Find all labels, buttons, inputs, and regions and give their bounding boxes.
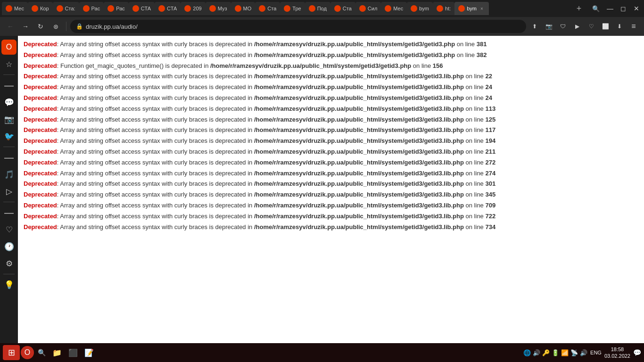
tray-lang[interactable]: ENG — [590, 350, 602, 355]
sidebar-twitter-icon[interactable]: 🐦 — [1, 129, 17, 144]
sidebar-whatsapp-icon[interactable]: 💬 — [1, 95, 17, 110]
titlebar: МесКорСта:РасРасСТАСТА209МузМОСтаТреПодС… — [0, 0, 644, 17]
sidebar-opera-icon[interactable]: O — [1, 40, 17, 55]
download-icon[interactable]: ⬇ — [613, 20, 626, 33]
tray-volume[interactable]: 🔊 — [580, 349, 587, 356]
error-line-num: 24 — [485, 94, 492, 101]
tab-favicon-10 — [235, 5, 241, 12]
menu-icon[interactable]: ≡ — [627, 20, 640, 33]
error-line: Deprecated: Array and string offset acce… — [24, 93, 638, 103]
error-line-num: 381 — [477, 41, 487, 48]
clock[interactable]: 18:58 03.02.2022 — [604, 346, 630, 360]
sidebar-minus2-icon[interactable]: — — [1, 150, 17, 165]
error-line-num: 382 — [477, 51, 487, 58]
screenshot-icon[interactable]: 📷 — [542, 20, 555, 33]
tab-1[interactable]: Мес — [2, 2, 28, 15]
tab-8[interactable]: 209 — [181, 2, 205, 15]
tab-14[interactable]: Ста — [330, 2, 355, 15]
play-icon[interactable]: ▶ — [570, 20, 584, 33]
error-keyword: Deprecated — [24, 223, 57, 230]
minimize-button[interactable]: — — [604, 3, 616, 14]
sidebar-history-icon[interactable]: 🕐 — [1, 239, 17, 254]
tab-12[interactable]: Тре — [280, 2, 305, 15]
sidebar-minus-icon[interactable]: — — [1, 78, 17, 93]
new-tab-button[interactable]: + — [573, 3, 585, 14]
error-keyword: Deprecated — [24, 62, 57, 69]
tab-6[interactable]: СТА — [129, 2, 155, 15]
tab-label-6: СТА — [141, 6, 151, 11]
restore-button[interactable]: ◻ — [618, 3, 629, 14]
tab-3[interactable]: Ста: — [53, 2, 79, 15]
tab-favicon-5 — [107, 5, 114, 12]
heart-nav-icon[interactable]: ♡ — [585, 20, 598, 33]
tab-label-14: Ста — [343, 6, 352, 11]
sidebar-bookmarks-icon[interactable]: ☆ — [1, 57, 17, 72]
tab-favicon-16 — [385, 5, 391, 12]
back-button[interactable]: ← — [4, 20, 17, 33]
sidebar-settings-icon[interactable]: ⚙ — [1, 256, 17, 271]
forward-button[interactable]: → — [19, 20, 32, 33]
tray-icon-key[interactable]: 🔑 — [542, 349, 550, 356]
error-path: /home/r/ramzesyv/druzik.pp.ua/public_htm… — [254, 223, 464, 230]
tab-16[interactable]: Мес — [381, 2, 407, 15]
tab-5[interactable]: Рас — [104, 2, 129, 15]
start-button[interactable]: ⊞ — [3, 345, 20, 360]
tab-15[interactable]: Сил — [355, 2, 381, 15]
tray-icon-battery[interactable]: 🔋 — [552, 349, 559, 356]
tab-17[interactable]: bym — [407, 2, 433, 15]
tab-11[interactable]: Ста — [255, 2, 280, 15]
tab-favicon-2 — [32, 5, 38, 12]
sidebar-minus3-icon[interactable]: — — [1, 205, 17, 220]
close-button[interactable]: ✕ — [631, 3, 642, 14]
tab-19[interactable]: bym× — [454, 2, 489, 15]
error-path: /home/r/ramzesyv/druzik.pp.ua/public_htm… — [254, 170, 464, 177]
tab-label-19: bym — [467, 6, 477, 11]
error-path: /home/r/ramzesyv/druzik.pp.ua/public_htm… — [210, 62, 411, 69]
sidebar-heart-icon[interactable]: ♡ — [1, 222, 17, 237]
error-line: Deprecated: Array and string offset acce… — [24, 179, 638, 189]
sidebar-divider-3 — [3, 202, 15, 202]
taskbar-app5[interactable]: 📝 — [82, 345, 97, 360]
tab-strip: МесКорСта:РасРасСТАСТА209МузМОСтаТреПодС… — [2, 0, 571, 17]
main-content[interactable]: Deprecated: Array and string offset acce… — [18, 36, 644, 343]
taskbar-files[interactable]: 📁 — [50, 345, 65, 360]
error-keyword: Deprecated — [24, 137, 57, 144]
sidebar-send-icon[interactable]: ▷ — [1, 184, 17, 199]
tab-close-19[interactable]: × — [479, 5, 485, 12]
tab-favicon-8 — [184, 5, 191, 12]
search-titlebar-icon[interactable]: 🔍 — [589, 2, 603, 15]
sidebar-instagram-icon[interactable]: 📷 — [1, 112, 17, 127]
error-keyword: Deprecated — [24, 159, 57, 166]
tab-label-16: Мес — [393, 6, 403, 11]
grid-view-button[interactable]: ⊛ — [49, 20, 62, 33]
sidebar-music-icon[interactable]: 🎵 — [1, 167, 17, 182]
tab-islands-icon[interactable]: ⬜ — [599, 20, 612, 33]
reload-button[interactable]: ↻ — [34, 20, 47, 33]
error-keyword: Deprecated — [24, 94, 57, 101]
tab-4[interactable]: Рас — [79, 2, 104, 15]
error-keyword: Deprecated — [24, 73, 57, 80]
taskbar-vscode[interactable]: ⬛ — [66, 345, 81, 360]
error-line-num: 272 — [485, 159, 495, 166]
error-path: /home/r/ramzesyv/druzik.pp.ua/public_htm… — [254, 116, 464, 123]
address-bar[interactable]: 🔒 druzik.pp.ua/audio/ — [70, 20, 526, 33]
error-line-num: 22 — [485, 73, 492, 80]
notification-icon[interactable]: 💬 — [633, 349, 641, 356]
taskbar-opera[interactable]: O — [21, 346, 34, 359]
taskbar-search[interactable]: 🔍 — [35, 345, 49, 360]
error-keyword: Deprecated — [24, 83, 57, 90]
sidebar-bulb-icon[interactable]: 💡 — [1, 277, 17, 292]
tray-wifi[interactable]: 📡 — [570, 349, 578, 356]
tab-7[interactable]: СТА — [155, 2, 181, 15]
tray-icon-2[interactable]: 🔊 — [533, 349, 540, 356]
vpn-icon[interactable]: 🛡 — [556, 20, 570, 33]
share-icon[interactable]: ⬆ — [528, 20, 541, 33]
tab-9[interactable]: Муз — [206, 2, 231, 15]
tab-10[interactable]: МО — [231, 2, 256, 15]
error-path: /home/r/ramzesyv/druzik.pp.ua/public_htm… — [254, 51, 455, 58]
tray-icon-bluetooth[interactable]: 📶 — [561, 349, 569, 356]
tab-18[interactable]: ht: — [433, 2, 454, 15]
tab-13[interactable]: Под — [305, 2, 330, 15]
tray-icon-1[interactable]: 🌐 — [523, 349, 531, 356]
tab-2[interactable]: Кор — [28, 2, 53, 15]
